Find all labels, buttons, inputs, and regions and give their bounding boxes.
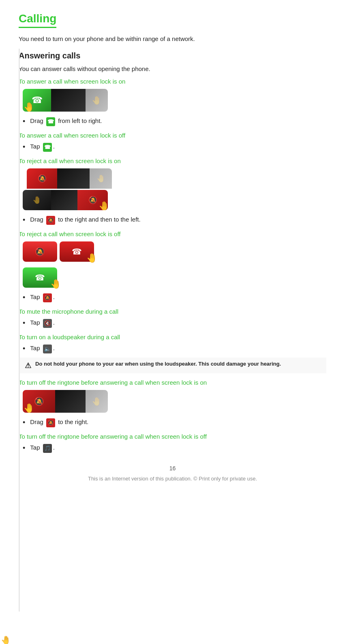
warning-triangle-icon: ⚠ (25, 361, 31, 370)
mute-mic-list: Tap 🔇. (19, 319, 326, 328)
hand-overlay-icon: 🤚 (86, 253, 97, 263)
label-ringtone-lock-on: To turn off the ringtone before answerin… (19, 379, 326, 386)
label-loudspeaker: To turn on a loudspeaker during a call (19, 334, 326, 340)
answer-lock-on-list: Drag ☎ from left to right. (19, 117, 326, 126)
label-reject-lock-off: To reject a call when screen lock is off (19, 230, 326, 237)
reject-screen-top: 🔕 🤚 🤚 (27, 168, 112, 189)
ringtone-lock-off-list: Tap 🎵. (19, 444, 326, 453)
intro-paragraph: You need to turn on your phone and be wi… (19, 35, 326, 42)
warning-text: Do not hold your phone to your ear when … (35, 361, 281, 367)
bullet-tap-speaker: Tap 🔈. (19, 345, 326, 353)
left-border-divider (19, 49, 20, 612)
reject-row2-mockup: 🤚 🔕 🤚 (23, 190, 326, 210)
reject-green-btn-row: ☎ 🤚 (23, 267, 326, 288)
reject-screen-bottom: 🤚 🔕 🤚 (23, 190, 108, 210)
section-intro: You can answer calls without opening the… (19, 65, 326, 72)
red-reject-button-top: 🔕 🤚 (27, 168, 57, 189)
ringtone-on-mockup: 🔕 🤚 🤚 (23, 390, 108, 413)
btn-accept-green: ☎ 🤚 (23, 267, 57, 288)
warning-box: ⚠ Do not hold your phone to your ear whe… (19, 358, 326, 373)
dark-mid-bottom (51, 190, 77, 210)
speaker-icon: 🔈 (43, 345, 52, 353)
bullet-tap-mute: Tap 🔇. (19, 319, 326, 328)
dark-mid-top (57, 168, 90, 189)
reject-btn-icon: 🔕 (43, 293, 52, 302)
ringtone-red-section: 🔕 🤚 (23, 390, 55, 413)
mute-icon: 🔇 (43, 319, 52, 328)
reject-lock-on-list: Drag 🔕 to the right and then to the left… (19, 216, 326, 225)
red-right-bottom: 🔕 🤚 (77, 190, 108, 210)
bullet-tap-reject: Tap 🔕. (19, 293, 326, 302)
label-mute-mic: To mute the microphone during a call (19, 308, 326, 315)
bullet-drag-right-left: Drag 🔕 to the right and then to the left… (19, 216, 326, 225)
phone-icon-green: ☎ (46, 117, 55, 126)
arrow-section: 🤚 (86, 89, 108, 112)
bullet-drag-left-right: Drag ☎ from left to right. (19, 117, 326, 126)
label-answer-lock-on: To answer a call when screen lock is on (19, 78, 326, 85)
phone-reject-icon: 🔕 (46, 216, 55, 225)
ringtone-drag-icon: 🔕 (46, 418, 55, 427)
answer-screen-mockup: ☎ 🤚 🤚 (23, 89, 108, 112)
ringtone-dark-mid (55, 390, 86, 413)
loudspeaker-list: Tap 🔈. (19, 345, 326, 353)
phone-answer-icon: ☎ (43, 143, 52, 152)
reject-row1-mockup: 🔕 🤚 🤚 (23, 168, 326, 189)
green-answer-button: ☎ 🤚 (23, 89, 51, 112)
ringtone-arrow: 🤚 (86, 390, 108, 413)
btn-reject-1: 🔕 (23, 241, 57, 262)
label-reject-lock-on: To reject a call when screen lock is on (19, 157, 326, 164)
answer-lock-off-list: Tap ☎. (19, 143, 326, 152)
page-title: Calling (19, 12, 56, 28)
silent-icon: 🎵 (43, 444, 52, 453)
dark-left-bottom: 🤚 (23, 190, 51, 210)
label-ringtone-lock-off: To turn off the ringtone before answerin… (19, 433, 326, 440)
btn-reject-2: ☎ 🤚 (60, 241, 94, 262)
bullet-tap-ringtone: Tap 🎵. (19, 444, 326, 453)
label-answer-lock-off: To answer a call when screen lock is off (19, 132, 326, 139)
arrow-top: 🤚 (90, 168, 112, 189)
section-heading: Answering calls (19, 51, 326, 60)
ringtone-lock-on-list: Drag 🔕 to the right. (19, 418, 326, 427)
reject-lock-off-mockup: 🔕 ☎ 🤚 (23, 241, 326, 262)
hand-left-icon: 🤚 (24, 102, 34, 112)
page-number: 16 (19, 465, 326, 472)
bullet-drag-ringtone: Drag 🔕 to the right. (19, 418, 326, 427)
bullet-tap-answer: Tap ☎. (19, 143, 326, 152)
footer-text: This is an Internet version of this publ… (19, 476, 326, 482)
page-content: Calling You need to turn on your phone a… (19, 12, 326, 453)
reject-lock-off-list: Tap 🔕. (19, 293, 326, 302)
dark-bar (51, 89, 86, 112)
